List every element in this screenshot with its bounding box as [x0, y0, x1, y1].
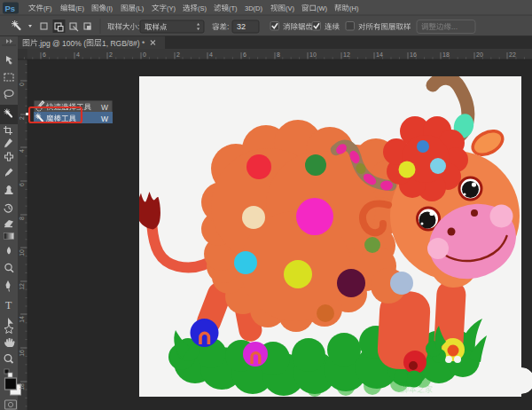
svg-text:T: T [5, 299, 12, 311]
svg-text:(Y): (Y) [167, 4, 176, 12]
svg-text:3D(D): 3D(D) [245, 4, 263, 12]
svg-text:(T): (T) [229, 4, 238, 12]
svg-text:12: 12 [343, 51, 350, 58]
svg-text:18: 18 [442, 51, 450, 58]
svg-text:6: 6 [19, 183, 25, 186]
svg-text:6: 6 [43, 51, 46, 58]
svg-text:20: 20 [476, 51, 483, 58]
svg-text:18: 18 [19, 383, 25, 390]
svg-text:(E): (E) [75, 4, 85, 12]
svg-text:10: 10 [19, 249, 25, 256]
svg-text:14: 14 [376, 51, 383, 58]
svg-text:1, RGB/8#) *: 1, RGB/8#) * [102, 39, 145, 48]
svg-text:...: ... [451, 22, 458, 31]
svg-text::: : [227, 22, 229, 31]
svg-text:(W): (W) [317, 4, 328, 12]
svg-text:Ps: Ps [5, 4, 16, 13]
svg-text:22: 22 [509, 51, 516, 58]
svg-text:4: 4 [209, 51, 213, 58]
svg-text:4: 4 [76, 51, 80, 58]
svg-text:6: 6 [243, 51, 246, 58]
svg-text:W: W [101, 103, 108, 112]
svg-text:14: 14 [19, 316, 25, 323]
svg-text:(S): (S) [198, 4, 207, 12]
svg-text:12: 12 [19, 283, 25, 290]
svg-text:2: 2 [176, 51, 180, 58]
svg-text::: : [137, 22, 139, 31]
svg-text:8: 8 [277, 51, 280, 58]
svg-text:(F): (F) [43, 4, 52, 12]
svg-text:0: 0 [19, 83, 25, 86]
svg-text:(L): (L) [136, 4, 145, 12]
svg-text:4: 4 [19, 149, 25, 153]
svg-text:32: 32 [237, 22, 246, 31]
svg-text:2: 2 [19, 116, 25, 120]
svg-text:8: 8 [19, 217, 25, 220]
svg-text:(I): (I) [106, 4, 113, 12]
svg-text:W: W [101, 114, 108, 123]
svg-text:16: 16 [19, 350, 25, 357]
svg-text:10: 10 [309, 51, 317, 58]
svg-text:(H): (H) [349, 4, 359, 12]
svg-text:0: 0 [143, 51, 146, 58]
svg-text:16: 16 [410, 51, 417, 58]
svg-text:(V): (V) [286, 4, 295, 12]
svg-text:2: 2 [109, 51, 113, 58]
svg-text:.jpg @ 100% (: .jpg @ 100% ( [38, 39, 86, 48]
